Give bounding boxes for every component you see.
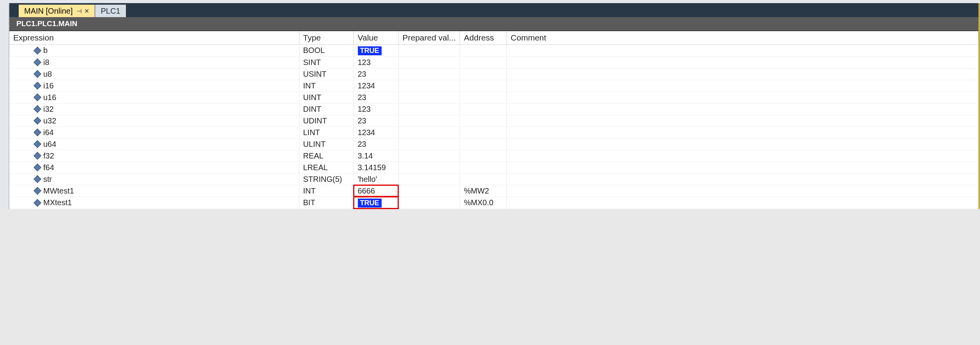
table-row[interactable]: i16INT1234 [9, 80, 978, 92]
value-cell[interactable]: 'hello' [354, 173, 398, 185]
table-row[interactable]: i64LINT1234 [9, 127, 978, 138]
value-cell[interactable]: 6666 [354, 185, 398, 197]
tab-main-online-[interactable]: MAIN [Online]⊣✕ [19, 5, 95, 17]
variable-name: i64 [43, 128, 54, 137]
variable-name: MWtest1 [43, 187, 74, 195]
address-cell [460, 150, 507, 162]
type-cell: LINT [299, 127, 354, 138]
col-header-comment[interactable]: Comment [507, 31, 978, 44]
variable-icon [35, 188, 40, 194]
prepared-cell[interactable] [398, 138, 460, 150]
prepared-cell[interactable] [398, 115, 460, 127]
value-text: 23 [358, 140, 366, 148]
variable-icon [35, 71, 40, 77]
variable-name: u64 [43, 140, 56, 149]
address-cell [460, 138, 507, 150]
type-cell: LREAL [299, 162, 354, 173]
comment-cell[interactable] [507, 68, 978, 80]
breadcrumb: PLC1.PLC1.MAIN [9, 17, 978, 31]
value-cell[interactable]: 123 [354, 103, 398, 115]
value-text: 1234 [358, 81, 375, 90]
prepared-cell[interactable] [398, 127, 460, 138]
table-header-row: Expression Type Value Prepared val... Ad… [9, 31, 978, 44]
address-cell [460, 80, 507, 92]
table-row[interactable]: u16UINT23 [9, 92, 978, 103]
prepared-cell[interactable] [398, 80, 460, 92]
prepared-cell[interactable] [398, 185, 460, 197]
table-row[interactable]: strSTRING(5)'hello' [9, 173, 978, 185]
comment-cell[interactable] [507, 197, 978, 209]
variable-name: u32 [43, 116, 56, 125]
prepared-cell[interactable] [398, 44, 460, 56]
close-icon[interactable]: ✕ [84, 7, 89, 15]
comment-cell[interactable] [507, 80, 978, 92]
variable-name: f32 [43, 151, 54, 160]
variable-icon [35, 95, 40, 100]
value-cell[interactable]: 3.14 [354, 150, 398, 162]
value-cell[interactable]: TRUE [354, 197, 398, 209]
prepared-cell[interactable] [398, 197, 460, 209]
value-text: 23 [358, 116, 366, 125]
address-cell [460, 56, 507, 68]
col-header-value[interactable]: Value [354, 31, 398, 44]
table-row[interactable]: i32DINT123 [9, 103, 978, 115]
prepared-cell[interactable] [398, 56, 460, 68]
variable-icon [35, 60, 40, 65]
table-row[interactable]: u8USINT23 [9, 68, 978, 80]
variable-name: f64 [43, 163, 54, 172]
col-header-prepared[interactable]: Prepared val... [398, 31, 460, 44]
variable-icon [35, 83, 40, 88]
comment-cell[interactable] [507, 127, 978, 138]
comment-cell[interactable] [507, 173, 978, 185]
tab-plc1[interactable]: PLC1 [95, 5, 126, 17]
variable-icon [35, 200, 40, 206]
type-cell: SINT [299, 56, 354, 68]
comment-cell[interactable] [507, 103, 978, 115]
address-cell [460, 92, 507, 103]
type-cell: REAL [299, 150, 354, 162]
value-text: 1234 [358, 128, 375, 137]
value-cell[interactable]: 1234 [354, 127, 398, 138]
prepared-cell[interactable] [398, 92, 460, 103]
value-cell[interactable]: 23 [354, 92, 398, 103]
col-header-type[interactable]: Type [299, 31, 354, 44]
value-cell[interactable]: 23 [354, 138, 398, 150]
table-row[interactable]: f64LREAL3.14159 [9, 162, 978, 173]
variable-icon [35, 176, 40, 182]
comment-cell[interactable] [507, 44, 978, 56]
prepared-cell[interactable] [398, 68, 460, 80]
address-cell [460, 162, 507, 173]
comment-cell[interactable] [507, 92, 978, 103]
value-cell[interactable]: 3.14159 [354, 162, 398, 173]
table-row[interactable]: u64ULINT23 [9, 138, 978, 150]
col-header-address[interactable]: Address [460, 31, 507, 44]
comment-cell[interactable] [507, 138, 978, 150]
col-header-expression[interactable]: Expression [9, 31, 299, 44]
value-text: 123 [358, 58, 371, 67]
comment-cell[interactable] [507, 150, 978, 162]
value-cell[interactable]: 1234 [354, 80, 398, 92]
pin-icon[interactable]: ⊣ [76, 7, 82, 15]
type-cell: ULINT [299, 138, 354, 150]
variable-name: i32 [43, 105, 54, 114]
prepared-cell[interactable] [398, 150, 460, 162]
prepared-cell[interactable] [398, 103, 460, 115]
table-row[interactable]: MXtest1BITTRUE%MX0.0 [9, 197, 978, 209]
table-row[interactable]: MWtest1INT6666%MW2 [9, 185, 978, 197]
comment-cell[interactable] [507, 115, 978, 127]
value-text: 3.14159 [358, 163, 386, 172]
value-cell[interactable]: TRUE [354, 44, 398, 56]
comment-cell[interactable] [507, 56, 978, 68]
prepared-cell[interactable] [398, 162, 460, 173]
value-cell[interactable]: 23 [354, 68, 398, 80]
value-cell[interactable]: 23 [354, 115, 398, 127]
comment-cell[interactable] [507, 162, 978, 173]
table-row[interactable]: bBOOLTRUE [9, 44, 978, 56]
value-cell[interactable]: 123 [354, 56, 398, 68]
table-row[interactable]: i8SINT123 [9, 56, 978, 68]
table-row[interactable]: u32UDINT23 [9, 115, 978, 127]
prepared-cell[interactable] [398, 173, 460, 185]
variable-icon [35, 48, 40, 53]
comment-cell[interactable] [507, 185, 978, 197]
table-row[interactable]: f32REAL3.14 [9, 150, 978, 162]
